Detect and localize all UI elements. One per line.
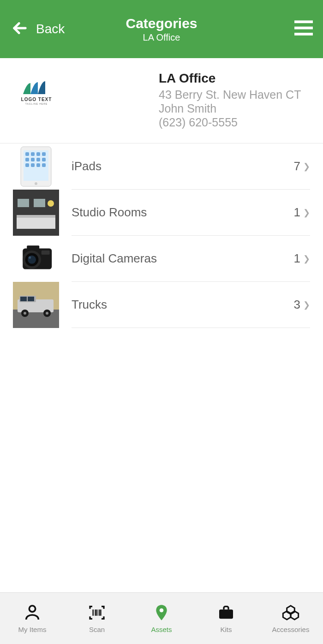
tab-label: Scan (89, 626, 105, 633)
location-name: LA Office (159, 71, 301, 86)
svg-point-39 (24, 312, 26, 315)
svg-point-21 (48, 200, 54, 207)
hamburger-icon (294, 30, 313, 37)
svg-rect-19 (18, 199, 29, 207)
svg-rect-14 (25, 163, 29, 167)
category-count-block: 1 ❯ (294, 251, 310, 266)
svg-rect-20 (34, 199, 45, 207)
person-icon (23, 603, 42, 624)
location-phone: (623) 620-5555 (159, 115, 301, 129)
svg-point-29 (29, 256, 31, 259)
category-thumb (13, 190, 59, 236)
tab-assets[interactable]: Assets (129, 603, 194, 633)
svg-rect-1 (294, 27, 313, 30)
chevron-right-icon: ❯ (303, 254, 310, 264)
location-address: 43 Berry St. New Haven CT (159, 88, 301, 101)
back-label: Back (36, 22, 65, 36)
pin-icon (152, 603, 171, 624)
svg-rect-8 (36, 152, 40, 156)
tab-bar: My Items Scan Assets Kits Accessories (0, 592, 323, 644)
svg-rect-17 (42, 163, 46, 167)
svg-rect-23 (17, 215, 55, 218)
category-count-block: 7 ❯ (294, 159, 310, 173)
category-row-digital-cameras[interactable]: Digital Cameras 1 ❯ (0, 236, 323, 282)
svg-point-41 (29, 606, 35, 612)
category-thumb (13, 282, 59, 328)
tab-kits[interactable]: Kits (194, 603, 258, 633)
category-thumb (13, 143, 59, 190)
svg-rect-7 (31, 152, 35, 156)
svg-rect-2 (294, 33, 313, 36)
category-count-block: 3 ❯ (294, 298, 310, 312)
category-count: 1 (294, 205, 300, 220)
tab-label: My Items (18, 626, 47, 633)
category-label: Trucks (72, 298, 107, 312)
svg-point-5 (35, 182, 37, 185)
svg-rect-25 (27, 245, 39, 250)
header-title-block: Categories LA Office (126, 16, 197, 43)
svg-rect-30 (42, 250, 50, 255)
briefcase-icon (217, 603, 235, 624)
tab-accessories[interactable]: Accessories (258, 603, 323, 633)
category-thumb (13, 236, 59, 282)
logo-text-primary: LOGO TEXT (21, 97, 52, 102)
logo-icon (22, 78, 51, 95)
category-label: iPads (72, 159, 102, 173)
tab-label: Kits (220, 626, 232, 633)
barcode-icon (88, 603, 106, 624)
svg-rect-43 (219, 609, 233, 619)
chevron-right-icon: ❯ (303, 300, 310, 310)
svg-point-42 (160, 608, 164, 613)
page-title: Categories (126, 16, 197, 31)
app-header: Back Categories LA Office (0, 0, 323, 58)
category-count: 7 (294, 159, 300, 173)
category-count: 3 (294, 298, 300, 312)
svg-rect-9 (42, 152, 46, 156)
location-info: LOGO TEXT TAGLINE HERE LA Office 43 Berr… (0, 58, 323, 143)
svg-point-40 (46, 312, 48, 315)
category-label: Studio Rooms (72, 205, 147, 220)
category-row-trucks[interactable]: Trucks 3 ❯ (0, 282, 323, 328)
location-logo: LOGO TEXT TAGLINE HERE (16, 71, 57, 113)
svg-rect-35 (20, 297, 27, 301)
back-arrow-icon (10, 18, 30, 40)
svg-rect-0 (294, 20, 313, 23)
tab-scan[interactable]: Scan (65, 603, 129, 633)
svg-rect-13 (42, 158, 46, 161)
svg-rect-11 (31, 158, 35, 161)
category-list: iPads 7 ❯ Studio Rooms 1 ❯ Digital Camer… (0, 143, 323, 328)
tab-label: Assets (151, 626, 172, 633)
tab-label: Accessories (272, 626, 310, 633)
svg-rect-36 (28, 297, 34, 301)
svg-rect-15 (31, 163, 35, 167)
menu-button[interactable] (294, 20, 313, 38)
svg-rect-12 (36, 158, 40, 161)
location-contact: John Smith (159, 101, 301, 115)
svg-rect-16 (36, 163, 40, 167)
boxes-icon (281, 603, 300, 624)
chevron-right-icon: ❯ (303, 208, 310, 218)
page-subtitle: LA Office (126, 32, 197, 43)
location-details: LA Office 43 Berry St. New Haven CT John… (159, 71, 301, 129)
back-button[interactable]: Back (10, 18, 65, 40)
svg-rect-6 (25, 152, 29, 156)
logo-text-secondary: TAGLINE HERE (25, 102, 48, 105)
category-count: 1 (294, 251, 300, 266)
category-label: Digital Cameras (72, 251, 157, 266)
category-row-studio-rooms[interactable]: Studio Rooms 1 ❯ (0, 190, 323, 236)
tab-my-items[interactable]: My Items (0, 603, 65, 633)
svg-rect-10 (25, 158, 29, 161)
category-row-ipads[interactable]: iPads 7 ❯ (0, 143, 323, 190)
category-count-block: 1 ❯ (294, 205, 310, 220)
chevron-right-icon: ❯ (303, 161, 310, 172)
